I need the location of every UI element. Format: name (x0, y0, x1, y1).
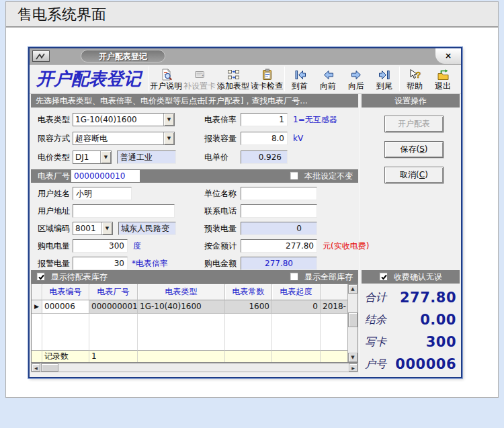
summary-balance: 结余 0.00 (362, 310, 460, 332)
fee-confirm-label: 收费确认无误 (394, 272, 442, 282)
checkbox-unchecked[interactable] (290, 171, 298, 180)
page-title: 售电系统界面 (6, 2, 498, 28)
meter-type-value: 1G-10(40)1600 (73, 114, 163, 126)
summary-value: 277.80 (400, 290, 456, 306)
column-header[interactable]: 电表常数 (225, 284, 272, 300)
cancel-label: 取消( (400, 170, 419, 179)
user-name-input[interactable] (73, 187, 132, 200)
cancel-label-end: ) (425, 170, 428, 179)
column-header[interactable]: 电表类型 (138, 284, 225, 300)
address-input[interactable] (73, 204, 175, 218)
ratio-input[interactable] (241, 113, 288, 126)
toolbar-label: 添加表型 (217, 81, 249, 91)
show-pending-checkbox[interactable]: 显示待配表库存 (36, 270, 108, 284)
dialog-titlebar[interactable]: 开户配表登记 × (30, 48, 461, 65)
save-button[interactable]: 保存(S) (384, 141, 444, 158)
user-name-label: 用户姓名 (38, 187, 70, 200)
scroll-right-icon[interactable]: ▶ (349, 363, 358, 372)
card-setup-icon: * (194, 69, 206, 81)
read-card-check-button[interactable]: 读卡检查 (250, 65, 284, 93)
meter-stock-table: 电表编号 电表厂号 电表类型 电表常数 电表起度 ▶ 000006 000000… (31, 284, 358, 363)
capacity-input[interactable] (241, 132, 288, 145)
go-previous-button[interactable]: 向前 (314, 65, 342, 93)
close-icon[interactable]: × (435, 48, 461, 64)
column-header[interactable]: 电表编号 (42, 284, 89, 300)
column-header[interactable] (321, 284, 349, 300)
panel-divider (360, 94, 360, 376)
checkbox-checked[interactable] (379, 272, 388, 281)
by-amount-input[interactable] (241, 239, 317, 253)
price-type-label: 电价类型 (38, 151, 70, 164)
column-header[interactable]: 电表起度 (272, 284, 321, 300)
scroll-left-icon[interactable]: ◀ (32, 363, 40, 372)
batch-fixed-label: 本批设定不变 (304, 171, 353, 181)
open-account-help-button[interactable]: 开户说明 (149, 65, 183, 93)
fee-confirm-checkbox[interactable]: 收费确认无误 (379, 270, 442, 284)
column-header[interactable] (32, 284, 42, 300)
table-cell[interactable]: 0 (272, 300, 321, 314)
scroll-up-icon[interactable]: ▲ (348, 284, 358, 294)
horizontal-scrollbar[interactable]: ◀ ▶ (31, 363, 358, 372)
address-label: 用户地址 (38, 204, 70, 218)
toolbar: 开户配表登记 开户说明 * 补设置卡 添加表型 读卡检查 (30, 65, 461, 94)
vertical-scrollbar[interactable]: ▲ ▼ (347, 284, 358, 362)
factory-no-input[interactable] (71, 170, 140, 182)
limit-mode-select[interactable]: 超容断电 ▼ (73, 132, 175, 145)
toolbar-separator (399, 67, 400, 91)
vertical-scroll-thumb[interactable] (348, 312, 358, 327)
table-cell[interactable]: 000006 (42, 300, 89, 314)
go-last-button[interactable]: 到尾 (370, 65, 398, 93)
help-button[interactable]: ? 帮助 (401, 65, 429, 93)
chevron-down-icon[interactable]: ▼ (101, 222, 112, 234)
go-next-button[interactable]: 向后 (342, 65, 370, 93)
column-header[interactable]: 电表厂号 (89, 284, 138, 300)
purchase-qty-input[interactable] (73, 239, 128, 253)
dialog-title: 开户配表登记 (81, 50, 165, 62)
meter-type-select[interactable]: 1G-10(40)1600 ▼ (73, 113, 175, 126)
grid-line (224, 314, 225, 350)
toolbar-label: 向前 (320, 81, 336, 91)
grid-line (320, 314, 321, 350)
table-cell[interactable]: 2018- (321, 300, 349, 314)
summary-label: 户号 (365, 357, 386, 372)
table-cell[interactable]: 1600 (225, 300, 272, 314)
panel-header: 设置操作 (362, 94, 460, 108)
area-code-select[interactable]: 8001 ▼ (73, 222, 113, 235)
record-row-cell (321, 350, 349, 362)
chevron-down-icon[interactable]: ▼ (100, 151, 111, 163)
chevron-down-icon[interactable]: ▼ (163, 114, 174, 126)
last-icon (378, 69, 391, 81)
summary-label: 合计 (365, 291, 386, 305)
phone-input[interactable] (241, 204, 317, 218)
table-cell[interactable]: 0000000010 (89, 300, 138, 314)
doc-search-icon (160, 69, 173, 81)
show-pending-label: 显示待配表库存 (51, 272, 108, 282)
batch-fixed-checkbox[interactable]: 本批设定不变 (290, 169, 353, 183)
system-menu-icon[interactable] (32, 50, 50, 62)
checkbox-unchecked[interactable] (290, 272, 298, 281)
grid-line (89, 314, 89, 350)
toolbar-label: 到尾 (376, 81, 392, 91)
record-row-marker (32, 350, 42, 362)
horizontal-scroll-thumb[interactable] (41, 363, 58, 372)
next-icon (350, 69, 363, 81)
instruction-bar: 先选择电表类型、电表倍率、电价类型等后点击[开户配表]，查找电表厂号... (31, 94, 358, 108)
summary-account-no: 户号 000006 (362, 354, 460, 376)
checkbox-checked[interactable] (36, 272, 45, 281)
scroll-down-icon[interactable]: ▼ (348, 353, 358, 362)
exit-button[interactable]: 退出 (429, 65, 457, 93)
org-name-input[interactable] (241, 187, 317, 200)
add-meter-type-button[interactable]: 添加表型 (216, 65, 250, 93)
capacity-label: 报装容量 (204, 132, 237, 145)
cancel-button[interactable]: 取消(C) (384, 167, 444, 183)
table-cell[interactable]: 1G-10(40)1600 (138, 300, 225, 314)
summary-write-card: 写卡 300 (362, 332, 460, 354)
show-all-checkbox[interactable]: 显示全部库存 (290, 270, 353, 284)
help-icon: ? (409, 69, 421, 81)
price-type-select[interactable]: DJ1 ▼ (73, 151, 112, 164)
area-code-label: 区域编码 (38, 222, 70, 235)
go-first-button[interactable]: 到首 (286, 65, 314, 93)
purchase-amt-label: 购电金额 (204, 257, 237, 270)
alarm-qty-input[interactable] (73, 257, 128, 270)
chevron-down-icon[interactable]: ▼ (163, 132, 174, 144)
